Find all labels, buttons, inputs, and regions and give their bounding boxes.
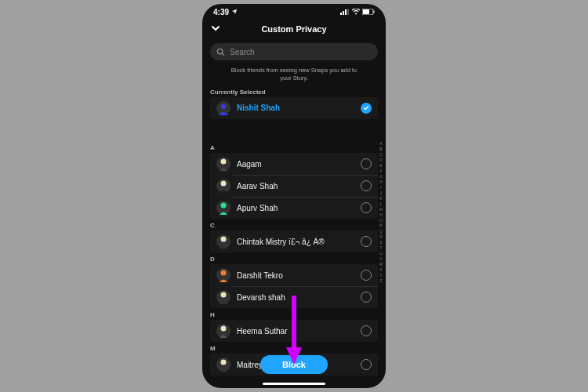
friend-name: Aarav Shah [237, 182, 354, 191]
page-title: Custom Privacy [261, 24, 326, 34]
avatar [216, 179, 230, 193]
back-chevron[interactable] [210, 23, 221, 35]
header: Custom Privacy [202, 20, 386, 38]
location-icon [231, 9, 238, 15]
friend-name: Apurv Shah [237, 204, 354, 212]
svg-rect-6 [363, 9, 369, 14]
radio-unchecked[interactable] [361, 292, 372, 303]
index-letter[interactable]: I [380, 185, 381, 191]
friend-row[interactable]: Aagam [210, 153, 378, 175]
battery-icon [362, 9, 375, 15]
svg-line-9 [222, 53, 224, 56]
index-letter[interactable]: J [380, 191, 383, 196]
svg-point-10 [221, 104, 226, 109]
selected-name: Nishit Shah [237, 103, 354, 112]
friend-row[interactable]: Apurv Shah [210, 197, 378, 219]
search-icon [216, 48, 225, 56]
index-letter[interactable]: R [379, 234, 383, 240]
phone-frame: 4:39 Custom Privacy Search Block friends… [202, 4, 386, 388]
section-letter-C: C [202, 219, 386, 230]
svg-point-14 [221, 237, 227, 242]
selected-item[interactable]: Nishit Shah [210, 97, 378, 119]
selected-section-label: Currently Selected [202, 87, 386, 97]
index-letter[interactable]: Q [379, 229, 383, 234]
index-letter[interactable]: V [379, 256, 382, 262]
friend-name: Chintak Mistry ï£¬ â¿ Â® [237, 238, 354, 246]
avatar [216, 101, 230, 115]
index-letter[interactable]: X [379, 267, 382, 273]
friend-row[interactable]: Chintak Mistry ï£¬ â¿ Â® [210, 230, 378, 252]
svg-point-17 [221, 326, 227, 332]
svg-point-15 [221, 270, 227, 276]
index-letter[interactable]: U [379, 251, 383, 256]
index-letter[interactable]: P [379, 223, 382, 229]
radio-unchecked[interactable] [361, 270, 372, 281]
svg-point-4 [355, 13, 357, 15]
search-input[interactable]: Search [210, 43, 378, 60]
avatar [216, 268, 230, 282]
signal-icon [340, 9, 350, 15]
friend-name: Aagam [237, 160, 354, 169]
radio-unchecked[interactable] [361, 359, 372, 370]
svg-rect-2 [345, 9, 347, 15]
index-letter[interactable]: L [380, 201, 383, 207]
svg-point-11 [221, 159, 227, 165]
radio-unchecked[interactable] [361, 180, 372, 191]
wifi-icon [352, 9, 360, 15]
svg-rect-0 [340, 13, 342, 15]
svg-point-18 [221, 360, 227, 365]
index-letter[interactable]: Y [379, 273, 382, 278]
friend-row[interactable]: Darshit Tekro [210, 264, 378, 286]
index-letter[interactable]: O [379, 218, 383, 223]
svg-point-13 [221, 203, 227, 209]
radio-unchecked[interactable] [361, 202, 372, 213]
svg-rect-3 [347, 9, 349, 15]
radio-unchecked[interactable] [361, 236, 372, 247]
index-letter[interactable]: A [379, 141, 382, 147]
avatar [216, 358, 230, 372]
chevron-down-icon [210, 23, 221, 34]
status-bar: 4:39 [202, 4, 386, 20]
index-letter[interactable]: W [379, 262, 383, 267]
index-letter[interactable]: E [379, 163, 382, 169]
svg-point-12 [221, 181, 227, 187]
status-time: 4:39 [213, 8, 229, 16]
avatar [216, 234, 230, 249]
index-letter[interactable]: T [379, 245, 382, 251]
avatar [216, 157, 230, 171]
section-letter-D: D [202, 252, 386, 264]
index-letter[interactable]: H [379, 180, 383, 185]
search-wrap: Search [202, 38, 386, 64]
index-letter[interactable]: D [379, 158, 383, 163]
radio-unchecked[interactable] [361, 158, 372, 169]
index-letter[interactable]: S [379, 240, 382, 245]
index-letter[interactable]: M [379, 207, 383, 212]
search-placeholder: Search [230, 48, 255, 56]
annotation-arrow [285, 296, 303, 366]
friend-row[interactable]: Aarav Shah [210, 175, 378, 197]
index-letter[interactable]: N [379, 212, 383, 218]
section-letter-A: A [202, 141, 386, 153]
svg-rect-7 [374, 11, 375, 13]
avatar [216, 290, 230, 304]
avatar [216, 324, 230, 338]
index-letter[interactable]: K [379, 196, 382, 201]
index-letter[interactable]: B [379, 147, 382, 152]
radio-unchecked[interactable] [361, 325, 372, 336]
index-letter[interactable]: F [379, 169, 382, 174]
index-letter[interactable]: G [379, 174, 383, 180]
svg-rect-1 [343, 11, 344, 15]
svg-point-16 [221, 292, 227, 298]
home-indicator [263, 383, 325, 385]
svg-point-8 [217, 49, 222, 53]
info-text: Block friends from seeing new Snaps you … [202, 64, 386, 87]
friend-name: Darshit Tekro [237, 271, 354, 280]
index-letter[interactable]: Z [379, 278, 382, 284]
alphabet-index[interactable]: ABCDEFGHIJKLMNOPQRSTUVWXYZ [378, 141, 384, 284]
index-letter[interactable]: C [379, 152, 383, 158]
avatar [216, 201, 230, 215]
check-icon[interactable] [361, 103, 372, 114]
